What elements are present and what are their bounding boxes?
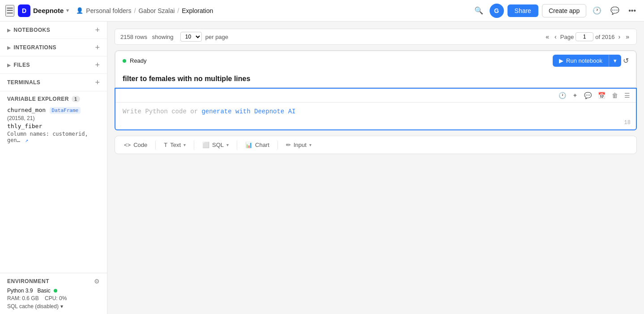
variable-open-link[interactable]: ↗ [25,137,28,143]
run-notebook-label: Run notebook [566,57,602,64]
header: ☰ D Deepnote ▾ 👤 Personal folders / Gabo… [0,0,644,22]
block-separator-1 [155,141,156,150]
code-cell-toolbar: 🕐 ✦ 💬 📅 🗑 ☰ [115,89,636,103]
sidebar: ▶ NOTEBOOKS + ▶ INTEGRATIONS + ▶ FILES [0,22,107,314]
code-editor[interactable]: Write Python code or generate with Deepn… [115,103,636,129]
integrations-label: INTEGRATIONS [13,44,56,51]
logo[interactable]: D Deepnote ▾ [18,4,69,17]
breadcrumb-author[interactable]: Gabor Szalai [138,7,175,14]
files-label: FILES [13,62,30,68]
history-icon[interactable]: 🕐 [590,4,604,17]
text-icon: T [164,142,167,148]
add-text-button[interactable]: T Text ▾ [158,139,191,151]
terminals-header[interactable]: TERMINALS + [7,78,100,86]
status-title-wrapper: Ready ▶ Run notebook ▾ ↺ filter to femal… [115,50,637,88]
status-ready-dot [123,59,126,63]
sql-icon: ⬜ [202,142,209,148]
per-page-label: per page [205,34,228,40]
sql-cache-toggle[interactable]: SQL cache (disabled) ▾ [7,303,100,310]
total-pages-label: of 2016 [595,34,614,40]
variable-thly-name: thly_fiber [7,123,42,129]
status-text: Ready [130,57,147,64]
environment-ram: RAM: 0.6 GB [7,295,39,301]
files-section: ▶ FILES + [0,56,107,74]
terminals-add-button[interactable]: + [95,78,100,86]
sql-dropdown-arrow: ▾ [226,142,229,147]
block-separator-4 [277,141,278,150]
content-area: 2158 rows showing 10 25 50 per page « ‹ … [107,22,644,314]
cell-comment-icon[interactable]: 💬 [582,90,594,100]
breadcrumb: 👤 Personal folders / Gabor Szalai / Expl… [76,7,213,14]
breadcrumb-personal-folders[interactable]: Personal folders [86,7,131,14]
comments-icon[interactable]: 💬 [608,4,622,17]
integrations-header[interactable]: ▶ INTEGRATIONS + [7,43,100,52]
cell-clock-icon[interactable]: 🕐 [556,90,568,100]
breadcrumb-sep-1: / [134,7,136,14]
search-icon[interactable]: 🔍 [472,4,486,17]
cell-trash-icon[interactable]: 🗑 [610,90,620,100]
integrations-section: ▶ INTEGRATIONS + [0,39,107,56]
environment-resources: RAM: 0.6 GB CPU: 0% [7,295,100,301]
text-dropdown-arrow: ▾ [183,142,186,147]
chart-icon: 📊 [245,142,252,148]
sql-cache-chevron: ▾ [60,303,63,310]
variable-explorer: VARIABLE EXPLORER 1 churned_mon DataFram… [0,91,107,273]
sql-cache-label: SQL cache (disabled) [7,303,59,310]
per-page-select[interactable]: 10 25 50 [180,32,202,42]
page-input[interactable] [576,32,593,41]
variable-churned-name-row: churned_mon DataFrame (20158, 21) [7,106,100,122]
rows-label: 2158 rows showing [120,34,177,40]
environment-gear-icon[interactable]: ⚙ [94,278,100,285]
add-sql-button[interactable]: ⬜ SQL ▾ [197,139,234,151]
files-header[interactable]: ▶ FILES + [7,61,100,69]
cell-magic-icon[interactable]: ✦ [570,90,580,100]
cell-title-bar: filter to females with no multiple lines [115,70,636,87]
notebooks-add-button[interactable]: + [95,26,100,34]
variable-count-badge: 1 [72,96,80,102]
code-label: Code [133,142,147,148]
terminals-section: TERMINALS + [0,74,107,91]
python-version-text: Python 3.9 [7,288,33,294]
notebooks-header[interactable]: ▶ NOTEBOOKS + [7,26,100,34]
variable-explorer-header: VARIABLE EXPLORER 1 [7,96,100,102]
pagination-first-btn[interactable]: « [544,32,551,41]
pagination-prev-btn[interactable]: ‹ [553,32,559,41]
variable-item-churned: churned_mon DataFrame (20158, 21) thly_f… [7,106,100,143]
code-placeholder: Write Python code or generate with Deepn… [123,108,295,115]
menu-icon[interactable]: ☰ [5,5,14,17]
run-notebook-button[interactable]: ▶ Run notebook [553,55,609,67]
add-input-button[interactable]: ✏ Input ▾ [281,139,317,151]
add-chart-button[interactable]: 📊 Chart [240,139,275,151]
chart-label: Chart [255,142,269,148]
header-left: ☰ D Deepnote ▾ 👤 Personal folders / Gabo… [5,4,213,17]
variable-explorer-label: VARIABLE EXPLORER [7,96,69,102]
refresh-button[interactable]: ↺ [623,56,629,65]
pagination-controls: « ‹ Page of 2016 › » [544,32,631,41]
share-button[interactable]: Share [508,4,538,17]
cell-list-icon[interactable]: ☰ [622,90,632,100]
code-icon: <> [124,142,131,148]
create-app-button[interactable]: Create app [542,4,586,17]
files-add-button[interactable]: + [95,61,100,69]
play-icon: ▶ [559,57,563,64]
pagination-last-btn[interactable]: » [624,32,631,41]
variable-explorer-title: VARIABLE EXPLORER 1 [7,96,80,102]
integrations-add-button[interactable]: + [95,43,100,52]
environment-python-row: Python 3.9 Basic [7,288,100,294]
page-label: Page [560,34,574,40]
cell-calendar-icon[interactable]: 📅 [596,90,608,100]
pagination-next-btn[interactable]: › [617,32,623,41]
add-code-button[interactable]: <> Code [119,139,153,151]
text-label: Text [170,142,181,148]
breadcrumb-current: Exploration [182,7,213,14]
run-notebook-dropdown-button[interactable]: ▾ [609,55,621,67]
variable-churned-type: DataFrame [50,107,81,114]
logo-icon: D [18,4,30,17]
line-count: 18 [624,120,631,126]
generate-ai-link[interactable]: generate with Deepnote AI [201,108,295,115]
environment-cpu: CPU: 0% [45,295,67,301]
environment-status-dot [54,289,57,292]
block-separator-2 [194,141,194,150]
integrations-chevron: ▶ [7,45,11,50]
more-options-icon[interactable]: ••• [626,4,639,17]
